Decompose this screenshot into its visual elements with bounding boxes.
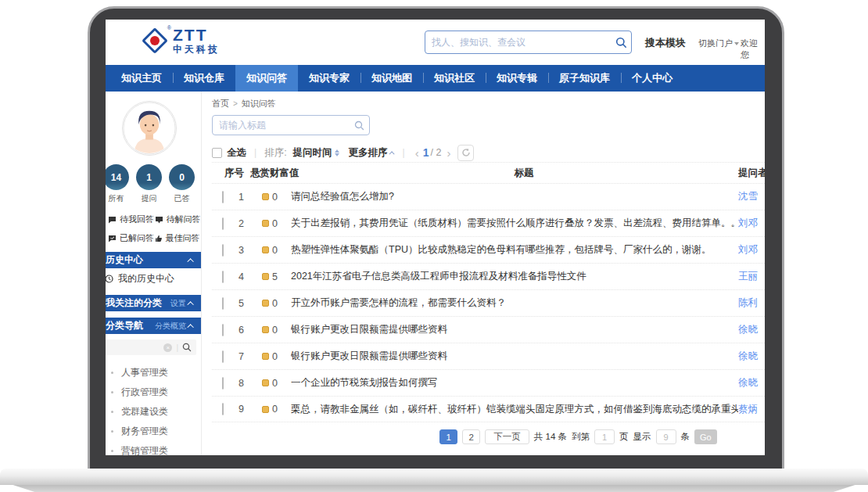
category-item-party[interactable]: 党群建设类	[106, 402, 201, 422]
my-history-link[interactable]: 我的历史中心	[106, 268, 201, 289]
nav-item-knowledge-map[interactable]: 知识地图	[360, 65, 423, 92]
page-button-1[interactable]: 1	[439, 429, 457, 444]
chevron-up-icon	[187, 258, 193, 264]
speech-bubble-icon	[108, 216, 117, 224]
question-title-link[interactable]: 关于出差报销，其费用凭证（纸质材料）需要按照什么顺序进行叠放？发票、出差流程、费…	[291, 217, 738, 230]
select-all-label[interactable]: 全选	[227, 146, 246, 160]
prev-page-arrow[interactable]: ‹	[413, 146, 421, 160]
category-item-marketing[interactable]: 营销管理类	[106, 441, 201, 455]
row-checkbox[interactable]	[222, 191, 224, 203]
next-page-button[interactable]: 下一页	[485, 429, 529, 444]
stat-all-count[interactable]: 14	[106, 164, 129, 190]
breadcrumb-home[interactable]: 首页	[212, 98, 229, 110]
category-overview-link[interactable]: 分类概览	[155, 321, 186, 332]
row-checkbox[interactable]	[222, 403, 224, 415]
question-title-link[interactable]: 开立外币账户需要怎样的流程，都需要什么资料？	[291, 296, 738, 310]
asker-link[interactable]: 陈利	[738, 296, 765, 310]
search-icon[interactable]	[611, 37, 631, 48]
category-search[interactable]: × |	[106, 339, 196, 355]
title-search-input[interactable]	[213, 120, 349, 131]
asker-link[interactable]: 王丽	[738, 270, 765, 283]
question-list: 1 0 请问总经验值怎么增加? 沈雪 2 0 关于出差报销，其费用凭证（纸质材料…	[212, 183, 765, 422]
question-title-link[interactable]: 栗总，请教非金属丝（如，碳纤杆、玻纤杆）铠装缆端头固定原理方式，如何借鉴到海底动…	[291, 403, 738, 416]
coin-icon	[262, 246, 269, 253]
question-title-link[interactable]: 2021年江苏省电子信息类高级工程师申报流程及材料准备指导性文件	[291, 270, 738, 283]
select-all-checkbox[interactable]	[212, 148, 222, 158]
row-checkbox[interactable]	[222, 217, 224, 230]
refresh-button[interactable]	[457, 145, 474, 161]
category-item-hr[interactable]: 人事管理类	[106, 363, 201, 382]
breadcrumb-separator: >	[233, 99, 238, 108]
question-title-link[interactable]: 银行账户更改日限额需提供哪些资料	[291, 350, 738, 363]
link-unsolved-qa[interactable]: 待解问答	[155, 214, 202, 225]
asker-link[interactable]: 沈雪	[738, 190, 765, 203]
current-page: 1	[423, 146, 429, 159]
go-button[interactable]: Go	[694, 429, 717, 444]
search-module-button[interactable]: 搜本模块	[645, 36, 686, 50]
global-search-input[interactable]	[425, 37, 611, 48]
nav-item-knowledge-expert[interactable]: 知识专家	[298, 65, 360, 92]
nav-item-knowledge-repo[interactable]: 知识仓库	[173, 65, 235, 92]
row-checkbox[interactable]	[222, 350, 224, 363]
more-sort-button[interactable]: 更多排序	[349, 146, 388, 160]
switch-portal-button[interactable]: 切换门户	[698, 38, 739, 49]
breadcrumb-current: 知识问答	[242, 98, 276, 110]
clear-icon[interactable]: ×	[163, 343, 172, 352]
asker-link[interactable]: 徐晓	[738, 376, 765, 390]
category-item-finance[interactable]: 财务管理类	[106, 422, 201, 441]
question-title-link[interactable]: 银行账户更改日限额需提供哪些资料	[291, 323, 738, 336]
chevron-down-icon	[734, 42, 739, 45]
link-solved-qa[interactable]: 已解问答	[108, 232, 155, 244]
link-await-my-answer[interactable]: 待我回答	[108, 214, 155, 225]
row-checkbox[interactable]	[222, 244, 224, 257]
nav-item-knowledge-home[interactable]: 知识主页	[110, 65, 173, 92]
sort-field-button[interactable]: 提问时间	[293, 146, 332, 160]
search-icon[interactable]	[349, 120, 369, 131]
table-row: 8 0 一个企业的节税策划报告如何撰写 徐晓	[212, 369, 765, 396]
row-checkbox[interactable]	[222, 377, 224, 390]
question-title-link[interactable]: 一个企业的节税策划报告如何撰写	[291, 376, 738, 390]
link-best-qa[interactable]: 最佳问答	[155, 232, 202, 244]
history-center-header[interactable]: 历史中心	[106, 252, 201, 268]
table-row: 5 0 开立外币账户需要怎样的流程，都需要什么资料？ 陈利	[212, 289, 765, 316]
next-page-arrow[interactable]: ›	[444, 146, 453, 160]
nav-item-knowledge-qa[interactable]: 知识问答	[235, 65, 298, 92]
stat-answered-count[interactable]: 0	[169, 164, 195, 190]
table-header: 序号 悬赏财富值 标题 提问者	[212, 162, 765, 183]
question-title-link[interactable]: 热塑性弹性体聚氨酯（TPU）比较成熟稳定的色母料有哪些推荐，包括牌号、厂家什么的…	[291, 243, 738, 257]
search-icon[interactable]	[182, 343, 192, 352]
global-search	[425, 31, 632, 54]
nav-item-knowledge-album[interactable]: 知识专辑	[486, 65, 548, 92]
table-row: 7 0 银行账户更改日限额需提供哪些资料 徐晓	[212, 343, 765, 369]
row-checkbox[interactable]	[222, 297, 224, 310]
row-checkbox[interactable]	[222, 271, 224, 283]
thumbs-up-icon	[155, 235, 163, 242]
asker-link[interactable]: 刘邓	[738, 243, 765, 257]
nav-item-knowledge-community[interactable]: 知识社区	[423, 65, 486, 92]
nav-item-personal-center[interactable]: 个人中心	[621, 65, 683, 92]
goto-page-input[interactable]	[594, 429, 615, 444]
settings-link[interactable]: 设置	[170, 298, 186, 309]
coin-icon	[262, 406, 269, 413]
followed-categories-header[interactable]: 我关注的分类 设置	[106, 295, 201, 311]
nav-item-atomic-kb[interactable]: 原子知识库	[548, 65, 621, 92]
sort-arrows-icon[interactable]	[335, 149, 339, 156]
avatar[interactable]	[122, 101, 177, 156]
question-title-link[interactable]: 请问总经验值怎么增加?	[291, 190, 738, 203]
row-checkbox[interactable]	[222, 324, 224, 336]
bottom-pagination: 1 2 下一页 共 14 条 到第 页 显示 条 Go	[302, 429, 765, 444]
history-icon	[106, 275, 113, 283]
asker-link[interactable]: 徐晓	[738, 323, 765, 336]
col-asker-header: 提问者	[738, 167, 765, 180]
asker-link[interactable]: 蔡炳	[738, 403, 765, 416]
category-item-admin[interactable]: 行政管理类	[106, 382, 201, 402]
asker-link[interactable]: 徐晓	[738, 350, 765, 363]
category-nav-header[interactable]: 分类导航 分类概览	[106, 318, 201, 334]
asker-link[interactable]: 刘邓	[738, 217, 765, 230]
qa-stats: 14 所有 1 提问 0 已答	[106, 164, 201, 204]
stat-asked-count[interactable]: 1	[136, 164, 162, 190]
page-size-input[interactable]	[656, 429, 676, 444]
page-button-2[interactable]: 2	[462, 429, 480, 444]
screen: ® ZTT 中天科技 搜本模块	[106, 20, 765, 455]
coin-icon	[262, 220, 269, 227]
